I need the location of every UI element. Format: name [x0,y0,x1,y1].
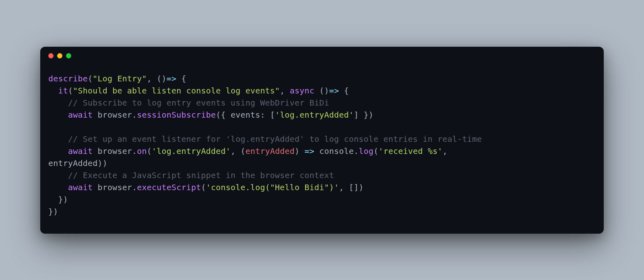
token-parens: () [157,74,166,83]
token-punctuation: ( [147,146,152,156]
code-line: await browser.executeScript('console.log… [48,181,596,193]
code-line: }) [48,193,596,205]
token-punctuation: ( [68,86,73,95]
code-line: await browser.sessionSubscribe({ events:… [48,109,596,121]
token-punctuation: ( [374,146,378,156]
code-line: await browser.on('log.entryAdded', (entr… [48,145,596,157]
token-punctuation: ({ [216,110,231,120]
token-punctuation: ( [201,183,206,192]
code-line: }) [48,205,596,218]
token-string: 'log.entryAdded' [275,110,354,120]
close-icon[interactable] [48,53,54,58]
token-comment: // Subscribe to log entry events using W… [68,98,329,108]
code-line: describe("Log Entry", ()=> { [48,73,596,85]
token-punctuation: ] }) [354,110,374,120]
token-property: events [231,110,260,120]
token-method: on [137,146,147,156]
token-punctuation: ) [295,146,304,156]
code-editor-window: describe("Log Entry", ()=> { it("Should … [40,47,604,234]
token-punctuation [314,86,319,95]
code-line: it("Should be able listen console log ev… [48,85,596,97]
token-object: browser. [93,146,137,156]
token-punctuation: , [147,74,157,83]
token-punctuation: , [280,86,289,95]
token-keyword: await [68,110,93,120]
token-brace: }) [48,207,58,216]
token-punctuation: : [ [260,110,275,120]
token-method: executeScript [137,183,201,192]
token-comment: // Set up an event listener for 'log.ent… [68,134,482,144]
code-line [48,121,596,133]
token-function: describe [48,74,88,83]
window-titlebar [40,47,604,65]
code-line: // Execute a JavaScript snippet in the b… [48,169,596,181]
token-punctuation: , ( [231,146,246,156]
token-punctuation: , [442,146,452,156]
minimize-icon[interactable] [57,53,62,58]
token-function: it [58,86,68,95]
token-keyword: await [68,146,93,156]
token-punctuation: , []) [339,183,363,192]
token-arrow: => [167,74,176,83]
token-brace: { [339,86,349,95]
token-string: 'log.entryAdded' [152,146,231,156]
token-identifier: entryAdded)) [48,158,107,168]
token-object: browser. [93,183,137,192]
token-method: sessionSubscribe [137,110,216,120]
token-method: log [359,146,374,156]
token-arrow: => [329,86,339,95]
token-string: 'received %s' [378,146,442,156]
token-brace: }) [58,195,68,204]
token-brace: { [176,74,186,83]
token-parameter: entryAdded [246,146,295,156]
code-line: // Set up an event listener for 'log.ent… [48,133,596,145]
token-parens: () [319,86,329,95]
code-line: entryAdded)) [48,157,596,169]
token-object: console. [314,146,359,156]
token-string: "Log Entry" [93,74,147,83]
maximize-icon[interactable] [66,53,71,58]
token-keyword: await [68,183,93,192]
token-arrow: => [305,146,314,156]
token-comment: // Execute a JavaScript snippet in the b… [68,170,334,180]
token-punctuation: ( [88,74,93,83]
token-keyword: async [290,86,314,95]
token-object: browser. [93,110,137,120]
code-line: // Subscribe to log entry events using W… [48,97,596,109]
token-string: 'console.log("Hello Bidi")' [206,183,339,192]
code-content: describe("Log Entry", ()=> { it("Should … [40,65,604,234]
token-string: "Should be able listen console log event… [73,86,280,95]
